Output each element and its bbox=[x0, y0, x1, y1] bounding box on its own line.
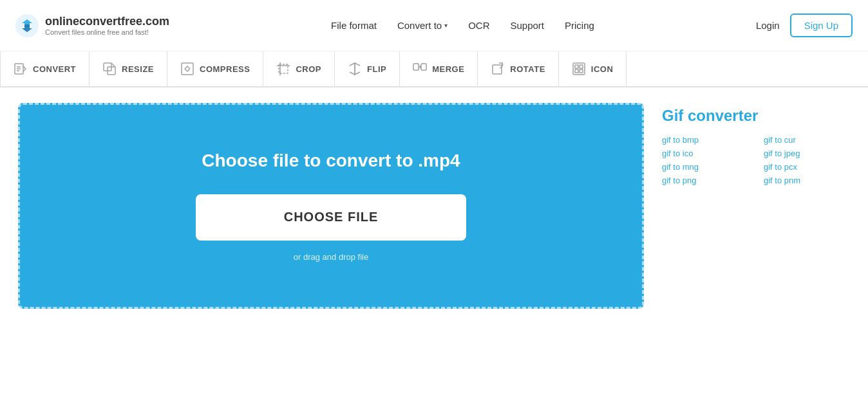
link-gif-mng[interactable]: gif to mng bbox=[662, 162, 751, 172]
rotate-icon bbox=[491, 62, 505, 76]
toolbar-item-merge[interactable]: MERGE bbox=[400, 51, 478, 86]
link-gif-png[interactable]: gif to png bbox=[662, 176, 751, 185]
svg-rect-13 bbox=[421, 64, 426, 70]
compress-icon bbox=[180, 62, 194, 76]
toolbar-item-crop[interactable]: CROP bbox=[263, 51, 335, 86]
convert-icon bbox=[14, 62, 28, 76]
logo-area: onlineconvertfree.com Convert files onli… bbox=[15, 14, 169, 37]
toolbar-rotate-label: ROTATE bbox=[510, 64, 545, 74]
main-content: Choose file to convert to .mp4 CHOOSE FI… bbox=[0, 87, 868, 324]
nav-support[interactable]: Support bbox=[510, 20, 544, 31]
toolbar-item-rotate[interactable]: ROTATE bbox=[478, 51, 559, 86]
nav-pricing[interactable]: Pricing bbox=[565, 20, 594, 31]
crop-icon bbox=[276, 62, 290, 76]
toolbar-resize-label: RESIZE bbox=[122, 64, 154, 74]
merge-icon bbox=[413, 62, 427, 76]
svg-rect-17 bbox=[575, 65, 578, 68]
drag-drop-text: or drag and drop file bbox=[294, 252, 368, 262]
toolbar-item-compress[interactable]: COMPRESS bbox=[167, 51, 263, 86]
toolbar-compress-label: COMPRESS bbox=[200, 64, 250, 74]
toolbar-flip-label: FLIP bbox=[367, 64, 386, 74]
drop-zone-wrapper: Choose file to convert to .mp4 CHOOSE FI… bbox=[15, 100, 646, 311]
svg-rect-20 bbox=[580, 69, 583, 73]
signup-button[interactable]: Sign Up bbox=[790, 14, 853, 37]
logo-title: onlineconvertfree.com bbox=[45, 15, 169, 28]
svg-rect-19 bbox=[575, 69, 578, 73]
toolbar: CONVERT RESIZE COMPRESS CROP FL bbox=[0, 51, 868, 87]
flip-icon bbox=[348, 62, 362, 76]
svg-rect-8 bbox=[182, 63, 193, 75]
svg-rect-12 bbox=[413, 64, 419, 70]
link-gif-cur[interactable]: gif to cur bbox=[764, 135, 853, 145]
link-gif-pcx[interactable]: gif to pcx bbox=[764, 162, 853, 172]
logo-icon bbox=[15, 14, 39, 37]
header-actions: Login Sign Up bbox=[756, 14, 853, 37]
header: onlineconvertfree.com Convert files onli… bbox=[0, 0, 868, 51]
link-gif-bmp[interactable]: gif to bmp bbox=[662, 135, 751, 145]
nav-convert-to[interactable]: Convert to ▾ bbox=[397, 20, 448, 31]
drop-zone-title: Choose file to convert to .mp4 bbox=[202, 151, 460, 171]
resize-icon bbox=[102, 62, 117, 76]
toolbar-item-icon[interactable]: ICON bbox=[559, 51, 627, 86]
converter-links-grid: gif to bmp gif to cur gif to ico gif to … bbox=[662, 135, 853, 185]
toolbar-crop-label: CROP bbox=[296, 64, 321, 74]
svg-line-7 bbox=[111, 63, 115, 67]
link-gif-jpeg[interactable]: gif to jpeg bbox=[764, 149, 853, 158]
drop-zone[interactable]: Choose file to convert to .mp4 CHOOSE FI… bbox=[18, 103, 644, 309]
sidebar: Gif converter gif to bmp gif to cur gif … bbox=[646, 100, 853, 311]
gif-converter-title: Gif converter bbox=[662, 107, 853, 125]
toolbar-item-resize[interactable]: RESIZE bbox=[90, 51, 167, 86]
nav-file-format[interactable]: File format bbox=[331, 20, 377, 31]
chevron-down-icon: ▾ bbox=[444, 22, 448, 29]
toolbar-merge-label: MERGE bbox=[432, 64, 464, 74]
link-gif-ico[interactable]: gif to ico bbox=[662, 149, 751, 158]
svg-rect-15 bbox=[493, 65, 502, 74]
toolbar-convert-label: CONVERT bbox=[33, 64, 76, 74]
link-gif-pnm[interactable]: gif to pnm bbox=[764, 176, 853, 185]
choose-file-button[interactable]: CHOOSE FILE bbox=[196, 194, 466, 241]
nav-ocr[interactable]: OCR bbox=[468, 20, 489, 31]
icon-icon bbox=[572, 62, 586, 76]
logo-text: onlineconvertfree.com Convert files onli… bbox=[45, 15, 169, 36]
svg-rect-18 bbox=[580, 65, 583, 68]
toolbar-icon-label: ICON bbox=[591, 64, 614, 74]
logo-subtitle: Convert files online free and fast! bbox=[45, 28, 169, 36]
toolbar-item-flip[interactable]: FLIP bbox=[335, 51, 400, 86]
login-button[interactable]: Login bbox=[756, 20, 780, 31]
toolbar-item-convert[interactable]: CONVERT bbox=[0, 51, 90, 86]
main-nav: File format Convert to ▾ OCR Support Pri… bbox=[169, 20, 756, 31]
